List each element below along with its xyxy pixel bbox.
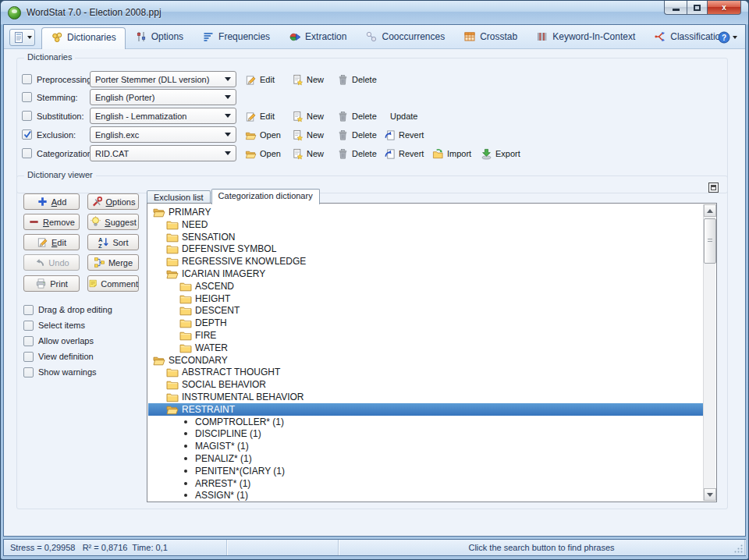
maximize-button[interactable] (687, 1, 708, 15)
view-definition-checkbox[interactable] (23, 352, 34, 362)
substitution-delete-button[interactable]: Delete (337, 108, 377, 125)
tree-item-primary[interactable]: PRIMARY (148, 206, 211, 218)
tree-item-peniten-ciary-1[interactable]: PENITEN*(CIARY (1) (148, 465, 285, 477)
toolbar-tab-frequencies[interactable]: Frequencies (193, 27, 279, 48)
tree-item-label: RESTRAINT (182, 404, 235, 415)
comment-button[interactable]: Comment (87, 275, 139, 292)
tree-item-fire[interactable]: FIRE (148, 329, 216, 342)
add-button[interactable]: Add (23, 193, 80, 210)
merge-button[interactable]: Merge (87, 254, 139, 271)
categorization-select[interactable]: RID.CAT (90, 145, 236, 161)
tree-item-descent[interactable]: DESCENT (148, 304, 240, 317)
categorization-delete-button[interactable]: Delete (337, 145, 377, 162)
toolbar-tab-dictionaries[interactable]: Dictionaries (41, 27, 126, 49)
tree-item-height[interactable]: HEIGHT (148, 292, 230, 305)
select-items-checkbox[interactable] (23, 321, 34, 331)
toolbar-tab-keyword-in-context[interactable]: Keyword-In-Context (527, 27, 644, 48)
undo-button[interactable]: Undo (23, 254, 80, 271)
allow-overlaps-checkbox-row[interactable]: Allow overlaps (23, 335, 94, 347)
tree-item-comptroller-1[interactable]: COMPTROLLER* (1) (148, 416, 284, 428)
tree-item-abstract-thought[interactable]: ABSTRACT THOUGHT (148, 366, 280, 378)
sort-button[interactable]: AZSort (87, 234, 139, 250)
toolbar-tab-cooccurrences[interactable]: Cooccurrences (356, 27, 454, 48)
help-button[interactable]: ? (718, 31, 737, 44)
view-definition-checkbox-row[interactable]: View definition (23, 350, 94, 363)
print-button[interactable]: Print (23, 275, 80, 292)
revert-icon (384, 129, 396, 141)
show-warnings-checkbox-row[interactable]: Show warnings (23, 366, 97, 378)
substitution-select[interactable]: English - Lemmatization (90, 108, 236, 124)
toolbar-tab-crosstab[interactable]: Crosstab (454, 27, 527, 48)
tree-item-instrumental-behavior[interactable]: INSTRUMENTAL BEHAVIOR (148, 391, 304, 403)
substitution-new-button[interactable]: New (292, 108, 324, 125)
close-button[interactable]: x (708, 1, 741, 15)
tree-item-water[interactable]: WATER (148, 342, 228, 354)
tree-item-label: SECONDARY (169, 355, 228, 366)
toolbar-tab-options[interactable]: Options (126, 27, 193, 48)
tree-item-label: REGRESSIVE KNOWLEDGE (182, 256, 306, 267)
preprocessing-checkbox[interactable] (22, 74, 32, 84)
tree-scrollbar[interactable] (703, 204, 715, 501)
preprocessing-new-button[interactable]: New (292, 71, 324, 88)
folder-closed-icon (166, 243, 179, 254)
categorization-checkbox[interactable] (22, 148, 32, 158)
tree-item-arrest-1[interactable]: ARREST* (1) (148, 477, 250, 490)
exclusion-select[interactable]: English.exc (90, 126, 236, 143)
tree-item-assign-1[interactable]: ASSIGN* (1) (148, 489, 248, 502)
show-warnings-checkbox[interactable] (23, 367, 34, 377)
categorization-new-button[interactable]: New (292, 145, 324, 162)
substitution-edit-button[interactable]: Edit (245, 108, 275, 125)
toolbar-tab-extraction[interactable]: Extraction (279, 27, 356, 48)
select-items-checkbox-row[interactable]: Select items (23, 319, 85, 331)
drag-drop-editing-checkbox-row[interactable]: Drag & drop editing (23, 303, 112, 316)
exclusion-open-button[interactable]: Open (245, 126, 281, 144)
substitution-checkbox[interactable] (22, 111, 32, 121)
preprocessing-edit-button[interactable]: Edit (245, 71, 275, 88)
kwic-icon (536, 30, 548, 43)
exclusion-delete-button[interactable]: Delete (337, 126, 377, 144)
options-button[interactable]: Options (87, 193, 139, 210)
project-menu-button[interactable] (9, 29, 35, 46)
delete-icon (337, 74, 349, 86)
maximize-panel-button[interactable] (708, 183, 719, 193)
minimize-button[interactable] (664, 1, 687, 15)
categorization-open-button[interactable]: Open (245, 145, 281, 162)
suggest-button[interactable]: Suggest (87, 214, 139, 230)
edit-button[interactable]: Edit (23, 234, 80, 250)
tree-item-defensive-symbol[interactable]: DEFENSIVE SYMBOL (148, 243, 276, 255)
tree-item-restraint[interactable]: RESTRAINT (148, 403, 705, 416)
allow-overlaps-checkbox[interactable] (23, 336, 34, 346)
tree-item-sensation[interactable]: SENSATION (148, 231, 235, 243)
scroll-up-button[interactable] (704, 204, 716, 217)
exclusion-checkbox[interactable] (22, 129, 32, 140)
tree-item-secondary[interactable]: SECONDARY (148, 354, 228, 367)
categorization-revert-button[interactable]: Revert (384, 145, 424, 162)
drag-drop-editing-checkbox[interactable] (23, 305, 34, 315)
viewer-tab-exclusion-list[interactable]: Exclusion list (147, 190, 211, 204)
exclusion-new-button[interactable]: New (292, 126, 324, 144)
tree-item-penaliz-1[interactable]: PENALIZ* (1) (148, 452, 252, 465)
tree-item-magist-1[interactable]: MAGIST* (1) (148, 440, 249, 452)
preprocessing-select[interactable]: Porter Stemmer (DLL version) (90, 71, 236, 87)
tree-item-need[interactable]: NEED (148, 218, 208, 231)
stemming-select[interactable]: English (Porter) (90, 89, 236, 105)
scroll-down-button[interactable] (704, 488, 716, 501)
stemming-checkbox[interactable] (22, 92, 32, 102)
substitution-update-button[interactable]: Update (390, 108, 417, 125)
categorization-export-button[interactable]: Export (481, 145, 520, 162)
exclusion-revert-button[interactable]: Revert (384, 126, 424, 144)
tree-item-discipline-1[interactable]: DISCIPLINE (1) (148, 427, 261, 440)
edit-icon (245, 74, 257, 86)
tree-item-social-behavior[interactable]: SOCIAL BEHAVIOR (148, 378, 266, 391)
tree-item-depth[interactable]: DEPTH (148, 317, 227, 329)
scrollbar-thumb[interactable] (704, 218, 716, 264)
viewer-tab-categorization-dictionary[interactable]: Categorization dictionary (211, 189, 320, 204)
tree-item-regressive-knowledge[interactable]: REGRESSIVE KNOWLEDGE (148, 255, 306, 268)
tree-item-ascend[interactable]: ASCEND (148, 280, 234, 292)
categorization-import-button[interactable]: Import (432, 145, 471, 162)
folder-closed-icon (166, 392, 179, 402)
resize-grip-icon[interactable] (734, 544, 744, 554)
tree-item-icarian-imagery[interactable]: ICARIAN IMAGERY (148, 268, 265, 280)
remove-button[interactable]: Remove (23, 214, 80, 230)
preprocessing-delete-button[interactable]: Delete (337, 71, 377, 88)
